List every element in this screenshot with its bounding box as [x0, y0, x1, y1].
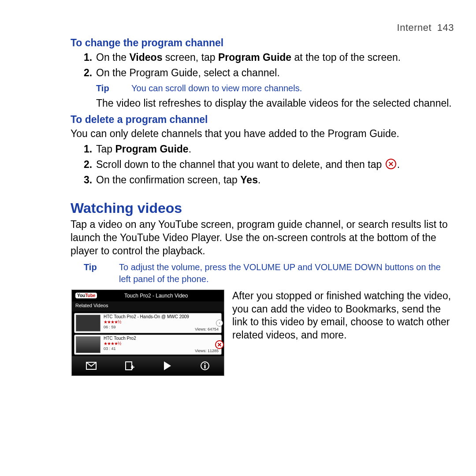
heading-delete-channel: To delete a program channel	[71, 114, 454, 126]
heading-change-channel: To change the program channel	[71, 37, 454, 49]
page-header: Internet 143	[71, 22, 454, 33]
step-number: 2.	[84, 66, 92, 80]
delete-icon	[386, 159, 396, 169]
step-1: 1. On the Videos screen, tap Program Gui…	[84, 51, 454, 64]
step-text: Tap Program Guide.	[96, 143, 191, 155]
page-number: 143	[437, 22, 454, 33]
youtube-screenshot: YouTube Touch Pro2 - Launch Video Relate…	[71, 290, 224, 376]
step-number: 1.	[84, 51, 92, 64]
mail-icon[interactable]	[86, 362, 97, 370]
video-meta: HTC Touch Pro2 ★★★★½ 03 : 41 Views: 1128…	[102, 335, 221, 354]
svg-rect-1	[126, 362, 132, 370]
delete-icon[interactable]	[215, 340, 224, 349]
section-name: Internet	[397, 22, 432, 33]
followon-text: The video list refreshes to display the …	[96, 97, 454, 110]
video-views: Views: 64754	[195, 327, 219, 332]
tip-label: Tip	[84, 261, 119, 285]
youtube-titlebar: YouTube Touch Pro2 - Launch Video	[72, 290, 224, 301]
video-title: Touch Pro2 - Launch Video	[100, 293, 212, 299]
screenshot-caption: After you stopped or finished watching t…	[224, 290, 454, 342]
list-item[interactable]: HTC Touch Pro2 ★★★★½ 03 : 41 Views: 1128…	[74, 335, 222, 355]
tip-row: Tip To adjust the volume, press the VOLU…	[84, 261, 454, 285]
play-icon[interactable]	[163, 361, 172, 371]
svg-rect-4	[204, 365, 205, 368]
heading-watching-videos: Watching videos	[71, 200, 454, 216]
youtube-logo-icon: YouTube	[75, 293, 97, 298]
delete-channel-steps: 1. Tap Program Guide. 2. Scroll down to …	[84, 142, 454, 187]
step-2: 2. On the Program Guide, select a channe…	[84, 66, 454, 80]
related-videos-header: Related Videos	[72, 301, 224, 312]
watching-intro: Tap a video on any YouTube screen, progr…	[71, 218, 454, 258]
add-bookmark-icon[interactable]	[125, 361, 134, 371]
step-text: Scroll down to the channel that you want…	[96, 159, 400, 170]
step-text: On the Program Guide, select a channel.	[96, 67, 280, 78]
video-views: Views: 11285	[195, 349, 219, 353]
list-item[interactable]: HTC Touch Pro2 - Hands-On @ MWC 2009 ★★★…	[74, 313, 222, 333]
step-3: 3. On the confirmation screen, tap Yes.	[84, 173, 454, 187]
info-icon[interactable]	[200, 361, 210, 371]
video-thumbnail	[76, 315, 100, 331]
step-number: 3.	[84, 173, 92, 187]
step-text: On the confirmation screen, tap Yes.	[96, 174, 260, 186]
tip-row: Tip You can scroll down to view more cha…	[96, 82, 454, 94]
video-thumbnail	[76, 336, 100, 353]
rating-stars-icon: ★★★★½	[104, 320, 219, 325]
tip-text: To adjust the volume, press the VOLUME U…	[119, 261, 454, 285]
tip-label: Tip	[96, 82, 131, 94]
tip-text: You can scroll down to view more channel…	[131, 82, 302, 94]
step-number: 1.	[84, 142, 92, 156]
video-meta: HTC Touch Pro2 - Hands-On @ MWC 2009 ★★★…	[102, 313, 221, 333]
step-text: On the Videos screen, tap Program Guide …	[96, 52, 401, 63]
video-item-title: HTC Touch Pro2 - Hands-On @ MWC 2009	[104, 314, 219, 320]
change-channel-steps: 1. On the Videos screen, tap Program Gui…	[84, 51, 454, 80]
delete-intro: You can only delete channels that you ha…	[71, 127, 454, 141]
step-1: 1. Tap Program Guide.	[84, 142, 454, 156]
svg-point-3	[204, 363, 205, 364]
step-number: 2.	[84, 158, 92, 171]
bottom-toolbar	[72, 356, 224, 376]
video-item-title: HTC Touch Pro2	[104, 336, 219, 341]
screenshot-row: YouTube Touch Pro2 - Launch Video Relate…	[71, 290, 454, 376]
chevron-right-icon[interactable]: ›	[216, 320, 223, 327]
manual-page: Internet 143 To change the program chann…	[0, 0, 476, 476]
step-2: 2. Scroll down to the channel that you w…	[84, 158, 454, 171]
rating-stars-icon: ★★★★½	[104, 341, 219, 346]
